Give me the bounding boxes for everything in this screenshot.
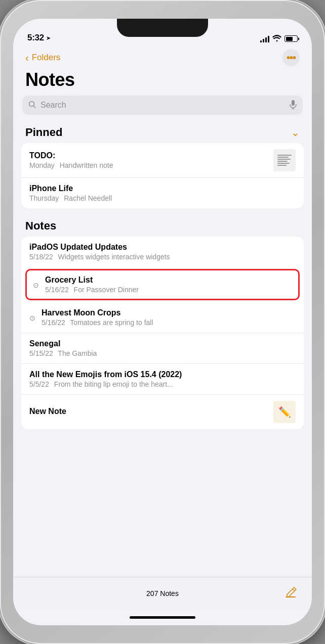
scroll-content: Pinned ⌄ TODO: Monday Handwritten note xyxy=(13,122,312,577)
list-item[interactable]: iPadOS Updated Updates 5/18/22 Widgets w… xyxy=(21,237,304,267)
chevron-down-icon[interactable]: ⌄ xyxy=(291,126,300,139)
list-item-date: 5/18/22 xyxy=(29,253,53,261)
highlighted-item-wrapper: ⊙ Grocery List 5/16/22 For Passover Dinn… xyxy=(21,269,304,300)
list-item[interactable]: All the New Emojis from iOS 15.4 (2022) … xyxy=(21,363,304,394)
lock-icon: ⊙ xyxy=(29,314,36,321)
phone-frame: 5:32 ➤ xyxy=(0,0,325,644)
list-item-subtitle: Monday Handwritten note xyxy=(29,161,268,169)
list-item-content: iPhone Life Thursday Rachel Needell xyxy=(29,184,296,202)
more-icon: ••• xyxy=(287,53,296,63)
home-indicator xyxy=(13,609,312,625)
more-button[interactable]: ••• xyxy=(282,49,300,66)
search-placeholder: Search xyxy=(40,101,286,110)
list-item-title: Grocery List xyxy=(45,275,292,285)
search-icon xyxy=(28,101,36,110)
back-label: Folders xyxy=(32,53,61,63)
list-item-subtitle: 5/18/22 Widgets widgets interactive widg… xyxy=(29,253,296,261)
status-time: 5:32 xyxy=(27,33,44,43)
list-item-date: 5/16/22 xyxy=(42,318,65,327)
notes-list: iPadOS Updated Updates 5/18/22 Widgets w… xyxy=(21,237,304,429)
list-item[interactable]: ⊙ Harvest Moon Crops 5/16/22 Tomatoes ar… xyxy=(21,302,304,333)
phone-screen: 5:32 ➤ xyxy=(13,19,312,625)
location-icon: ➤ xyxy=(46,35,51,41)
list-item[interactable]: New Note ✏️ xyxy=(21,394,304,429)
notes-count: 207 Notes xyxy=(146,589,179,597)
thumbnail xyxy=(273,149,296,171)
list-item-subtitle: 5/16/22 For Passover Dinner xyxy=(45,286,292,294)
list-item-title: All the New Emojis from iOS 15.4 (2022) xyxy=(29,370,296,379)
pinned-section-header: Pinned ⌄ xyxy=(13,122,312,143)
list-item-content: Harvest Moon Crops 5/16/22 Tomatoes are … xyxy=(42,308,296,327)
notes-section-title: Notes xyxy=(25,219,56,232)
list-item-subtitle: 5/15/22 The Gambia xyxy=(29,349,296,357)
compose-button[interactable] xyxy=(282,584,300,601)
page-title: Notes xyxy=(13,68,312,96)
list-item-content: iPadOS Updated Updates 5/18/22 Widgets w… xyxy=(29,243,296,261)
list-item-content: Senegal 5/15/22 The Gambia xyxy=(29,339,296,357)
list-item-subtitle: Thursday Rachel Needell xyxy=(29,194,296,202)
list-item-content: New Note xyxy=(29,407,268,417)
back-button[interactable]: ‹ Folders xyxy=(25,52,60,64)
list-item[interactable]: Senegal 5/15/22 The Gambia xyxy=(21,333,304,363)
list-item-title: Senegal xyxy=(29,339,296,348)
list-item-title: TODO: xyxy=(29,151,268,160)
list-item-date: 5/5/22 xyxy=(29,380,49,388)
navigation-bar: ‹ Folders ••• xyxy=(13,46,312,68)
list-item-content: Grocery List 5/16/22 For Passover Dinner xyxy=(45,275,292,294)
notch xyxy=(117,19,208,37)
home-bar xyxy=(130,616,195,619)
mic-icon xyxy=(290,100,297,111)
list-item[interactable]: iPhone Life Thursday Rachel Needell xyxy=(21,177,304,208)
list-item-subtitle: 5/5/22 From the biting lip emoji to the … xyxy=(29,380,296,388)
grocery-list-item[interactable]: ⊙ Grocery List 5/16/22 For Passover Dinn… xyxy=(25,269,300,300)
notes-section-header: Notes xyxy=(13,216,312,237)
thumbnail: ✏️ xyxy=(273,401,296,423)
chevron-left-icon: ‹ xyxy=(25,52,29,64)
list-item-content: TODO: Monday Handwritten note xyxy=(29,151,268,169)
wifi-icon xyxy=(272,34,281,43)
svg-line-1 xyxy=(34,106,36,108)
list-item-title: iPhone Life xyxy=(29,184,296,193)
svg-rect-2 xyxy=(292,100,295,106)
lock-icon: ⊙ xyxy=(33,281,40,288)
list-item-subtitle: 5/16/22 Tomatoes are spring to fall xyxy=(42,318,296,327)
list-item-content: All the New Emojis from iOS 15.4 (2022) … xyxy=(29,370,296,388)
search-bar[interactable]: Search xyxy=(22,96,303,115)
pinned-list: TODO: Monday Handwritten note xyxy=(21,143,304,208)
list-item-date: Monday xyxy=(29,161,55,169)
list-item[interactable]: TODO: Monday Handwritten note xyxy=(21,143,304,177)
list-item-date: 5/16/22 xyxy=(45,286,69,294)
compose-icon xyxy=(284,585,298,600)
list-item-title: iPadOS Updated Updates xyxy=(29,243,296,252)
status-icons xyxy=(260,34,298,43)
svg-line-6 xyxy=(293,589,295,591)
list-item-date: 5/15/22 xyxy=(29,349,53,357)
list-item-title: Harvest Moon Crops xyxy=(42,308,296,317)
list-item-date: Thursday xyxy=(29,194,59,202)
bottom-bar: 207 Notes xyxy=(13,577,312,609)
pinned-title: Pinned xyxy=(25,126,62,139)
signal-icon xyxy=(260,35,269,42)
list-item-title: New Note xyxy=(29,407,268,416)
battery-icon xyxy=(285,35,298,42)
